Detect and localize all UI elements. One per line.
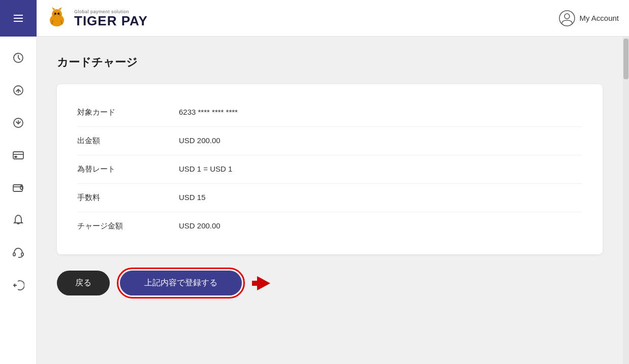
account-icon xyxy=(559,10,575,26)
card-row: 手数料 USD 15 xyxy=(77,184,582,212)
charge-details-card: 対象カード 6233 **** **** **** 出金額 USD 200.00… xyxy=(57,84,603,254)
row-label-3: 手数料 xyxy=(77,193,179,203)
main-layout: カードチャージ 対象カード 6233 **** **** **** 出金額 US… xyxy=(0,37,629,364)
svg-rect-28 xyxy=(252,281,259,286)
back-button[interactable]: 戻る xyxy=(57,271,110,295)
card-row: 対象カード 6233 **** **** **** xyxy=(77,98,582,127)
account-menu[interactable]: My Account xyxy=(559,10,619,26)
tiger-logo-icon xyxy=(45,6,69,30)
svg-rect-0 xyxy=(14,15,23,16)
scroll-thumb[interactable] xyxy=(623,39,628,79)
svg-point-14 xyxy=(564,14,570,19)
brand-text: Global payment solution TIGER PAY xyxy=(74,9,148,27)
row-label-4: チャージ金額 xyxy=(77,221,179,231)
sidebar-item-notifications[interactable] xyxy=(7,209,29,231)
content-area: カードチャージ 対象カード 6233 **** **** **** 出金額 US… xyxy=(37,37,623,364)
header: Global payment solution TIGER PAY My Acc… xyxy=(0,0,629,37)
sidebar xyxy=(0,37,37,364)
card-row: チャージ金額 USD 200.00 xyxy=(77,212,582,240)
svg-rect-1 xyxy=(14,18,23,19)
account-label: My Account xyxy=(579,14,619,22)
svg-point-13 xyxy=(559,11,575,26)
row-label-2: 為替レート xyxy=(77,164,179,174)
action-buttons: 戻る 上記内容で登録する xyxy=(57,271,603,295)
page-title: カードチャージ xyxy=(57,55,603,70)
svg-point-4 xyxy=(52,9,62,19)
row-label-1: 出金額 xyxy=(77,136,179,146)
sidebar-item-card[interactable] xyxy=(7,144,29,167)
sidebar-item-logout[interactable] xyxy=(7,274,29,296)
scrollbar[interactable] xyxy=(623,37,629,364)
svg-point-10 xyxy=(57,13,59,15)
svg-rect-22 xyxy=(15,156,17,157)
row-value-2: USD 1 = USD 1 xyxy=(179,164,232,173)
row-value-3: USD 15 xyxy=(179,193,206,202)
svg-rect-20 xyxy=(13,152,23,159)
menu-button[interactable] xyxy=(0,0,37,37)
row-label-0: 対象カード xyxy=(77,108,179,117)
svg-rect-2 xyxy=(14,21,23,22)
row-value-0: 6233 **** **** **** xyxy=(179,108,238,116)
svg-rect-25 xyxy=(13,253,15,256)
confirm-button[interactable]: 上記内容で登録する xyxy=(120,271,242,295)
row-value-4: USD 200.00 xyxy=(179,221,221,230)
card-row: 為替レート USD 1 = USD 1 xyxy=(77,155,582,184)
svg-rect-24 xyxy=(20,186,23,189)
row-value-1: USD 200.00 xyxy=(179,136,221,145)
sidebar-item-deposit[interactable] xyxy=(7,112,29,134)
sidebar-item-history[interactable] xyxy=(7,47,29,69)
brand-name: TIGER PAY xyxy=(74,14,148,27)
sidebar-item-wallet[interactable] xyxy=(7,177,29,199)
arrow-indicator xyxy=(252,274,270,292)
svg-point-9 xyxy=(54,13,56,15)
svg-rect-26 xyxy=(21,253,23,256)
sidebar-item-transfer[interactable] xyxy=(7,79,29,102)
card-row: 出金額 USD 200.00 xyxy=(77,127,582,155)
sidebar-item-support[interactable] xyxy=(7,242,29,264)
logo: Global payment solution TIGER PAY xyxy=(45,6,148,30)
